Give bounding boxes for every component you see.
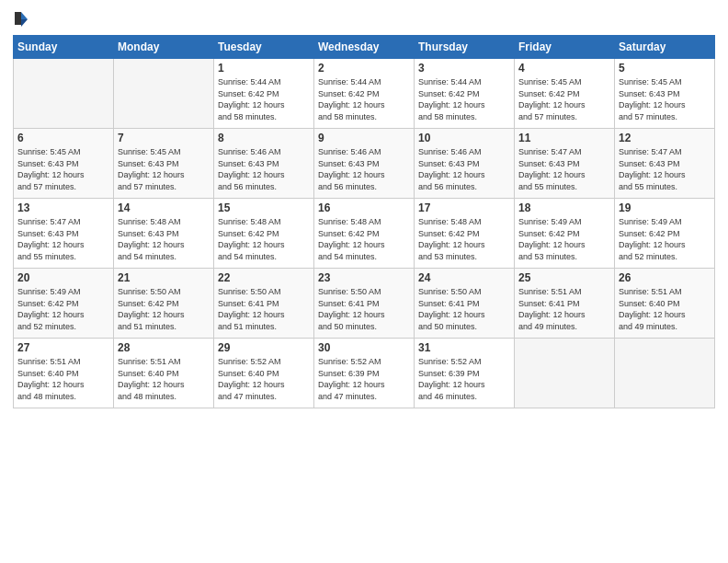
day-info: Sunrise: 5:51 AM Sunset: 6:40 PM Dayligh… bbox=[118, 356, 210, 402]
day-number: 5 bbox=[619, 62, 711, 75]
calendar-cell: 5Sunrise: 5:45 AM Sunset: 6:43 PM Daylig… bbox=[615, 59, 715, 129]
logo-icon bbox=[13, 10, 29, 27]
day-info: Sunrise: 5:45 AM Sunset: 6:43 PM Dayligh… bbox=[118, 146, 210, 192]
weekday-header-friday: Friday bbox=[515, 36, 615, 59]
day-number: 4 bbox=[518, 62, 610, 75]
day-info: Sunrise: 5:46 AM Sunset: 6:43 PM Dayligh… bbox=[318, 146, 410, 192]
day-info: Sunrise: 5:44 AM Sunset: 6:42 PM Dayligh… bbox=[418, 76, 510, 122]
day-number: 18 bbox=[518, 201, 610, 214]
calendar-cell: 29Sunrise: 5:52 AM Sunset: 6:40 PM Dayli… bbox=[214, 339, 314, 408]
day-number: 1 bbox=[218, 62, 310, 75]
day-number: 22 bbox=[218, 271, 310, 284]
svg-marker-1 bbox=[21, 19, 28, 27]
day-number: 17 bbox=[418, 201, 510, 214]
calendar-cell: 7Sunrise: 5:45 AM Sunset: 6:43 PM Daylig… bbox=[114, 129, 214, 199]
day-info: Sunrise: 5:47 AM Sunset: 6:43 PM Dayligh… bbox=[518, 146, 610, 192]
calendar-cell bbox=[14, 59, 114, 129]
calendar-cell: 20Sunrise: 5:49 AM Sunset: 6:42 PM Dayli… bbox=[14, 269, 114, 339]
day-info: Sunrise: 5:46 AM Sunset: 6:43 PM Dayligh… bbox=[418, 146, 510, 192]
header bbox=[13, 9, 715, 28]
day-number: 21 bbox=[118, 271, 210, 284]
week-row-3: 13Sunrise: 5:47 AM Sunset: 6:43 PM Dayli… bbox=[14, 199, 715, 269]
calendar-cell: 9Sunrise: 5:46 AM Sunset: 6:43 PM Daylig… bbox=[314, 129, 415, 199]
calendar-cell: 17Sunrise: 5:48 AM Sunset: 6:42 PM Dayli… bbox=[415, 199, 515, 269]
calendar-cell: 12Sunrise: 5:47 AM Sunset: 6:43 PM Dayli… bbox=[615, 129, 715, 199]
day-info: Sunrise: 5:44 AM Sunset: 6:42 PM Dayligh… bbox=[318, 76, 410, 122]
calendar-cell: 4Sunrise: 5:45 AM Sunset: 6:42 PM Daylig… bbox=[515, 59, 615, 129]
calendar-cell bbox=[515, 339, 615, 408]
day-number: 29 bbox=[218, 341, 310, 354]
calendar-cell: 13Sunrise: 5:47 AM Sunset: 6:43 PM Dayli… bbox=[14, 199, 114, 269]
day-number: 23 bbox=[318, 271, 410, 284]
day-info: Sunrise: 5:47 AM Sunset: 6:43 PM Dayligh… bbox=[17, 216, 109, 262]
day-info: Sunrise: 5:52 AM Sunset: 6:40 PM Dayligh… bbox=[218, 356, 310, 402]
weekday-header-saturday: Saturday bbox=[615, 36, 715, 59]
logo bbox=[13, 9, 31, 28]
weekday-header-row: SundayMondayTuesdayWednesdayThursdayFrid… bbox=[14, 36, 715, 59]
weekday-header-sunday: Sunday bbox=[14, 36, 114, 59]
day-info: Sunrise: 5:45 AM Sunset: 6:43 PM Dayligh… bbox=[619, 76, 711, 122]
day-info: Sunrise: 5:49 AM Sunset: 6:42 PM Dayligh… bbox=[619, 216, 711, 262]
day-info: Sunrise: 5:45 AM Sunset: 6:42 PM Dayligh… bbox=[518, 76, 610, 122]
day-number: 3 bbox=[418, 62, 510, 75]
weekday-header-tuesday: Tuesday bbox=[214, 36, 314, 59]
day-number: 6 bbox=[17, 132, 109, 144]
calendar-cell bbox=[114, 59, 214, 129]
day-info: Sunrise: 5:52 AM Sunset: 6:39 PM Dayligh… bbox=[318, 356, 410, 402]
day-info: Sunrise: 5:51 AM Sunset: 6:40 PM Dayligh… bbox=[619, 286, 711, 332]
day-number: 13 bbox=[17, 201, 109, 214]
calendar-cell: 1Sunrise: 5:44 AM Sunset: 6:42 PM Daylig… bbox=[214, 59, 314, 129]
day-number: 10 bbox=[418, 132, 510, 144]
day-info: Sunrise: 5:44 AM Sunset: 6:42 PM Dayligh… bbox=[218, 76, 310, 122]
day-info: Sunrise: 5:51 AM Sunset: 6:40 PM Dayligh… bbox=[17, 356, 109, 402]
day-info: Sunrise: 5:48 AM Sunset: 6:42 PM Dayligh… bbox=[418, 216, 510, 262]
week-row-2: 6Sunrise: 5:45 AM Sunset: 6:43 PM Daylig… bbox=[14, 129, 715, 199]
day-number: 27 bbox=[17, 341, 109, 354]
day-info: Sunrise: 5:45 AM Sunset: 6:43 PM Dayligh… bbox=[17, 146, 109, 192]
calendar-cell: 30Sunrise: 5:52 AM Sunset: 6:39 PM Dayli… bbox=[314, 339, 415, 408]
day-info: Sunrise: 5:49 AM Sunset: 6:42 PM Dayligh… bbox=[17, 286, 109, 332]
day-number: 7 bbox=[118, 132, 210, 144]
day-info: Sunrise: 5:51 AM Sunset: 6:41 PM Dayligh… bbox=[518, 286, 610, 332]
day-info: Sunrise: 5:48 AM Sunset: 6:43 PM Dayligh… bbox=[118, 216, 210, 262]
calendar-cell: 18Sunrise: 5:49 AM Sunset: 6:42 PM Dayli… bbox=[515, 199, 615, 269]
day-number: 12 bbox=[619, 132, 711, 144]
weekday-header-monday: Monday bbox=[114, 36, 214, 59]
day-number: 28 bbox=[118, 341, 210, 354]
day-number: 15 bbox=[218, 201, 310, 214]
day-info: Sunrise: 5:47 AM Sunset: 6:43 PM Dayligh… bbox=[619, 146, 711, 192]
day-info: Sunrise: 5:46 AM Sunset: 6:43 PM Dayligh… bbox=[218, 146, 310, 192]
calendar-cell: 11Sunrise: 5:47 AM Sunset: 6:43 PM Dayli… bbox=[515, 129, 615, 199]
day-number: 31 bbox=[418, 341, 510, 354]
day-info: Sunrise: 5:50 AM Sunset: 6:42 PM Dayligh… bbox=[118, 286, 210, 332]
calendar-cell: 24Sunrise: 5:50 AM Sunset: 6:41 PM Dayli… bbox=[415, 269, 515, 339]
day-number: 25 bbox=[518, 271, 610, 284]
calendar-cell: 14Sunrise: 5:48 AM Sunset: 6:43 PM Dayli… bbox=[114, 199, 214, 269]
calendar-cell: 22Sunrise: 5:50 AM Sunset: 6:41 PM Dayli… bbox=[214, 269, 314, 339]
day-info: Sunrise: 5:49 AM Sunset: 6:42 PM Dayligh… bbox=[518, 216, 610, 262]
weekday-header-wednesday: Wednesday bbox=[314, 36, 415, 59]
calendar-cell: 26Sunrise: 5:51 AM Sunset: 6:40 PM Dayli… bbox=[615, 269, 715, 339]
calendar-cell: 10Sunrise: 5:46 AM Sunset: 6:43 PM Dayli… bbox=[415, 129, 515, 199]
week-row-5: 27Sunrise: 5:51 AM Sunset: 6:40 PM Dayli… bbox=[14, 339, 715, 408]
day-number: 9 bbox=[318, 132, 410, 144]
calendar-cell bbox=[615, 339, 715, 408]
calendar-cell: 16Sunrise: 5:48 AM Sunset: 6:42 PM Dayli… bbox=[314, 199, 415, 269]
day-number: 14 bbox=[118, 201, 210, 214]
day-number: 20 bbox=[17, 271, 109, 284]
calendar-cell: 19Sunrise: 5:49 AM Sunset: 6:42 PM Dayli… bbox=[615, 199, 715, 269]
day-number: 8 bbox=[218, 132, 310, 144]
calendar-cell: 6Sunrise: 5:45 AM Sunset: 6:43 PM Daylig… bbox=[14, 129, 114, 199]
day-number: 26 bbox=[619, 271, 711, 284]
week-row-1: 1Sunrise: 5:44 AM Sunset: 6:42 PM Daylig… bbox=[14, 59, 715, 129]
calendar-cell: 27Sunrise: 5:51 AM Sunset: 6:40 PM Dayli… bbox=[14, 339, 114, 408]
day-info: Sunrise: 5:48 AM Sunset: 6:42 PM Dayligh… bbox=[318, 216, 410, 262]
calendar-cell: 21Sunrise: 5:50 AM Sunset: 6:42 PM Dayli… bbox=[114, 269, 214, 339]
calendar-table: SundayMondayTuesdayWednesdayThursdayFrid… bbox=[13, 35, 715, 408]
day-info: Sunrise: 5:50 AM Sunset: 6:41 PM Dayligh… bbox=[418, 286, 510, 332]
calendar-cell: 8Sunrise: 5:46 AM Sunset: 6:43 PM Daylig… bbox=[214, 129, 314, 199]
day-info: Sunrise: 5:52 AM Sunset: 6:39 PM Dayligh… bbox=[418, 356, 510, 402]
calendar-cell: 3Sunrise: 5:44 AM Sunset: 6:42 PM Daylig… bbox=[415, 59, 515, 129]
day-number: 30 bbox=[318, 341, 410, 354]
day-info: Sunrise: 5:50 AM Sunset: 6:41 PM Dayligh… bbox=[218, 286, 310, 332]
